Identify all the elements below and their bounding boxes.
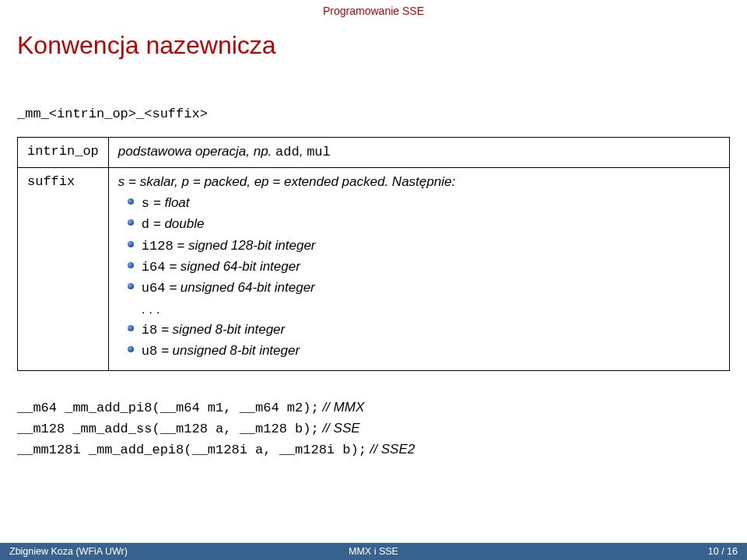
definition-table: intrin_op podstawowa operacja, np. add, … bbox=[17, 137, 730, 371]
row-key: suffix bbox=[18, 168, 109, 371]
footer-page: 10 / 16 bbox=[495, 546, 747, 557]
list-item: i8 = signed 8-bit integer bbox=[128, 320, 720, 341]
section-label: Programowanie SSE bbox=[0, 5, 747, 17]
example-line: __mm128i _mm_add_epi8(__m128i a, __m128i… bbox=[17, 439, 730, 460]
desc-text: , bbox=[300, 144, 307, 159]
row-desc: s = skalar, p = packed, ep = extended pa… bbox=[108, 168, 729, 371]
list-item: u64 = unsigned 64-bit integer bbox=[128, 278, 720, 299]
list-ellipsis: . . . bbox=[128, 299, 720, 320]
table-row: intrin_op podstawowa operacja, np. add, … bbox=[18, 138, 730, 168]
desc-code: add bbox=[275, 145, 300, 159]
list-item: u8 = unsigned 8-bit integer bbox=[128, 341, 720, 362]
desc-intro: s = skalar, p = packed, ep = extended pa… bbox=[118, 174, 720, 190]
footer-author: Zbigniew Koza (WFiA UWr) bbox=[0, 546, 252, 557]
row-desc: podstawowa operacja, np. add, mul bbox=[108, 138, 729, 168]
table-row: suffix s = skalar, p = packed, ep = exte… bbox=[18, 168, 730, 371]
pattern-code: _mm_<intrin_op>_<suffix> bbox=[17, 107, 730, 121]
example-line: __m128 _mm_add_ss(__m128 a, __m128 b); /… bbox=[17, 418, 730, 439]
desc-code: mul bbox=[307, 145, 331, 159]
example-line: __m64 _mm_add_pi8(__m64 m1, __m64 m2); /… bbox=[17, 397, 730, 418]
list-item: i64 = signed 64-bit integer bbox=[128, 257, 720, 278]
row-key: intrin_op bbox=[18, 138, 109, 168]
list-item: d = double bbox=[128, 214, 720, 235]
slide-content: _mm_<intrin_op>_<suffix> intrin_op podst… bbox=[0, 60, 747, 461]
desc-text: podstawowa operacja, np. bbox=[118, 144, 275, 159]
suffix-bullets: s = float d = double i128 = signed 128-b… bbox=[118, 190, 720, 362]
footer-title: MMX i SSE bbox=[252, 546, 495, 557]
footer-bar: Zbigniew Koza (WFiA UWr) MMX i SSE 10 / … bbox=[0, 543, 747, 560]
list-item: i128 = signed 128-bit integer bbox=[128, 236, 720, 257]
list-item: s = float bbox=[128, 193, 720, 214]
examples-block: __m64 _mm_add_pi8(__m64 m1, __m64 m2); /… bbox=[17, 397, 730, 461]
page-title: Konwencja nazewnicza bbox=[0, 17, 747, 60]
